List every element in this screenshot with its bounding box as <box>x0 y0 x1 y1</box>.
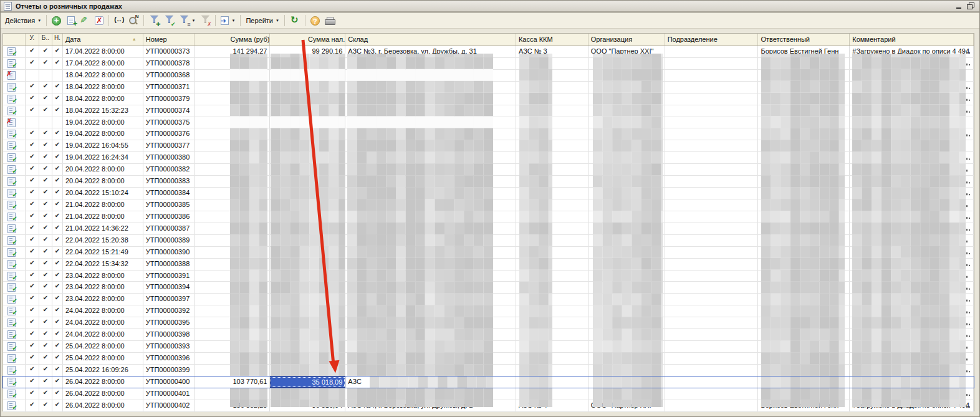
actions-menu-button[interactable]: Действия▼ <box>2 14 44 27</box>
table-row[interactable]: ✔✔✔✔25.04.2022 16:09:26УТП00000399 <box>3 365 974 376</box>
table-row[interactable]: ✔✔✔✔21.04.2022 14:36:22УТП00000387 <box>3 223 974 235</box>
table-row[interactable]: ✔✔✔✔17.04.2022 8:00:00УТП00000378 <box>3 58 974 70</box>
table-row[interactable]: ✔✔✔✔19.04.2022 16:04:55УТП00000377 <box>3 140 974 152</box>
table-row[interactable]: ✔✔✔✔23.04.2022 8:00:00УТП00000397 <box>3 294 974 305</box>
doc-posted-icon: ✔ <box>7 201 16 209</box>
column-header-org[interactable]: Организация <box>588 34 665 46</box>
cell-b: ✔ <box>39 305 52 317</box>
toolbar-separator <box>143 15 144 26</box>
table-row[interactable]: ✔✔✔✔22.04.2022 15:21:49УТП00000390 <box>3 247 974 259</box>
find-by-number-button[interactable]: N <box>126 14 141 27</box>
column-header-comm[interactable]: Комментарий <box>850 34 974 46</box>
cell-org <box>588 93 665 105</box>
column-header-podr[interactable]: Подразделение <box>665 34 759 46</box>
edit-button[interactable] <box>77 14 92 27</box>
cell-cash <box>270 294 345 305</box>
minimize-button[interactable] <box>956 2 963 9</box>
cell-org[interactable] <box>588 376 665 388</box>
column-header-n[interactable]: Н. <box>52 34 63 46</box>
table-row[interactable]: ✔✔✔✔23.04.2022 8:00:00УТП00000391 <box>3 271 974 282</box>
cell-b[interactable]: ✔ <box>39 376 52 388</box>
filter-and-sort-button[interactable]: ✚ <box>147 14 161 27</box>
filter-off-button[interactable]: ✗ <box>198 14 213 27</box>
delete-button[interactable] <box>92 14 106 27</box>
table-row[interactable]: ✔✔✔✔19.04.2022 8:00:00УТП00000376 <box>3 128 974 140</box>
cell-num[interactable]: УТП00000400 <box>143 376 195 388</box>
cell-b: ✔ <box>39 353 52 364</box>
column-header-b[interactable]: Б.. <box>39 34 52 46</box>
cell-resp <box>758 176 850 187</box>
table-row[interactable]: ✔✔✔✔20.04.2022 8:00:00УТП00000382 <box>3 164 974 176</box>
table-row[interactable]: ✔✔✔✔19.04.2022 16:24:34УТП00000380 <box>3 152 974 164</box>
table-row[interactable]: ✔✔✔✔24.04.2022 8:00:00УТП00000392 <box>3 305 974 317</box>
cell-sklad[interactable]: АЗС <box>345 376 516 388</box>
set-interval-button[interactable]: (↔) <box>112 14 126 27</box>
cell-podr[interactable] <box>665 376 759 388</box>
cell-cash <box>270 70 345 81</box>
table-row[interactable]: ✔✔✔✔22.04.2022 15:34:32УТП00000388 <box>3 259 974 271</box>
cell-sklad <box>345 70 516 81</box>
cell-b: ✔ <box>39 271 52 282</box>
cell-sum <box>195 140 271 151</box>
table-row[interactable]: ✔✔✔✔26.04.2022 8:00:00УТП00000401 <box>3 388 974 400</box>
cell-sum[interactable]: 103 770,61 <box>195 376 271 388</box>
table-row[interactable]: ✗18.04.2022 8:00:00УТП00000368 <box>3 70 974 82</box>
table-row[interactable]: ✔✔✔✔20.04.2022 15:10:24УТП00000384 <box>3 188 974 199</box>
cell-u: ✔ <box>26 58 39 69</box>
table-row[interactable]: ✔✔✔✔23.04.2022 8:00:00УТП00000394 <box>3 282 974 294</box>
output-list-button[interactable]: ▼ <box>218 14 238 27</box>
table-row[interactable]: ✗19.04.2022 8:00:00УТП00000375 <box>3 117 974 129</box>
table-row[interactable]: ✔✔✔✔24.04.2022 8:00:00УТП00000398 <box>3 329 974 341</box>
goto-menu-button[interactable]: Перейти▼ <box>243 14 282 27</box>
cell-sklad: АЗС №3, г. Березовка, ул. Дружбы, д. 31 <box>345 46 516 57</box>
column-header-date[interactable]: Дата▲ <box>63 34 143 46</box>
table-row[interactable]: ✔✔✔✔25.04.2022 8:00:00УТП00000396 <box>3 353 974 365</box>
cell-num: УТП00000375 <box>143 117 195 128</box>
cell-u: ✔ <box>26 211 39 223</box>
table-row[interactable]: ✔✔✔✔26.04.2022 8:00:00УТП00000402136 552… <box>3 400 974 412</box>
cell-comm <box>850 188 974 199</box>
cell-sklad <box>345 117 516 128</box>
column-header-icon[interactable] <box>3 34 26 46</box>
selected-cell[interactable]: 35 018,09 <box>270 376 345 388</box>
copy-button[interactable] <box>64 14 77 27</box>
cell-icon[interactable]: ✔ <box>3 376 26 388</box>
cell-podr <box>665 294 759 305</box>
table-row[interactable]: ✔✔✔✔17.04.2022 8:00:00УТП00000373141 294… <box>3 46 974 58</box>
table-row[interactable]: ✔✔✔✔18.04.2022 15:32:23УТП00000374 <box>3 105 974 117</box>
add-button[interactable] <box>49 14 64 27</box>
table-row[interactable]: ✔✔✔✔21.04.2022 8:00:00УТП00000385 <box>3 199 974 211</box>
table-row[interactable]: ✔✔✔✔21.04.2022 8:00:00УТП00000386 <box>3 211 974 223</box>
table-row[interactable]: ✔✔✔✔22.04.2022 15:20:38УТП00000389 <box>3 235 974 247</box>
cell-date: 22.04.2022 15:34:32 <box>63 259 143 270</box>
cell-icon: ✗ <box>3 117 26 128</box>
column-header-sum[interactable]: Сумма (руб) <box>195 34 271 46</box>
table-row[interactable]: ✔✔✔✔18.04.2022 8:00:00УТП00000379 <box>3 93 974 105</box>
column-header-cash[interactable]: Сумма нал. <box>270 34 345 46</box>
cell-comm <box>850 235 974 246</box>
cell-n[interactable]: ✔ <box>52 376 63 388</box>
print-button[interactable] <box>322 14 337 27</box>
cell-kassa <box>516 117 588 128</box>
filter-by-value-button[interactable]: ✔ <box>161 14 176 27</box>
column-header-resp[interactable]: Ответственный <box>758 34 850 46</box>
table-row[interactable]: ✔✔✔✔24.04.2022 8:00:00УТП00000395 <box>3 317 974 329</box>
cell-resp[interactable] <box>758 376 850 388</box>
filter-history-button[interactable]: ≡▼ <box>176 14 198 27</box>
cell-kassa[interactable] <box>516 376 588 388</box>
column-header-kassa[interactable]: Касса ККМ <box>516 34 588 46</box>
table-row[interactable]: ✔✔✔✔18.04.2022 8:00:00УТП00000371 <box>3 82 974 93</box>
help-button[interactable] <box>308 14 322 27</box>
cell-comm[interactable] <box>850 376 974 388</box>
cell-org <box>588 329 665 340</box>
column-header-u[interactable]: У. <box>26 34 39 46</box>
table-row[interactable]: ✔✔✔✔26.04.2022 8:00:00УТП00000400103 770… <box>3 376 974 388</box>
cell-date[interactable]: 26.04.2022 8:00:00 <box>63 376 143 388</box>
table-row[interactable]: ✔✔✔✔20.04.2022 8:00:00УТП00000383 <box>3 176 974 188</box>
cell-u[interactable]: ✔ <box>26 376 39 388</box>
column-header-num[interactable]: Номер <box>143 34 195 46</box>
restore-button[interactable] <box>967 2 974 9</box>
refresh-button[interactable] <box>287 14 302 27</box>
column-header-sklad[interactable]: Склад <box>345 34 516 46</box>
table-row[interactable]: ✔✔✔✔25.04.2022 8:00:00УТП00000393 <box>3 341 974 353</box>
